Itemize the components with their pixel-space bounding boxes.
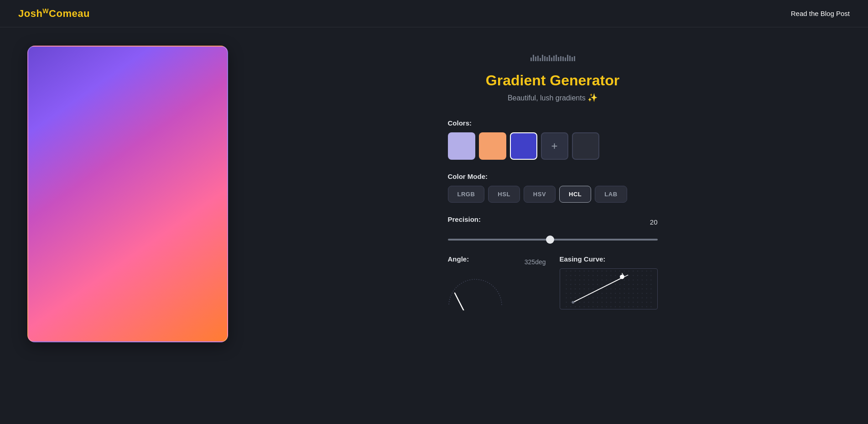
mode-hcl[interactable]: HCL (559, 186, 591, 203)
svg-rect-0 (448, 274, 503, 306)
barcode-bar (574, 56, 575, 61)
barcode-bar (572, 57, 573, 61)
barcode-bar (569, 56, 571, 61)
angle-dial[interactable] (448, 274, 503, 310)
gradient-preview (27, 46, 228, 342)
barcode-bar (567, 55, 568, 61)
angle-label: Angle: (448, 255, 469, 263)
easing-curve-display[interactable] (560, 268, 658, 309)
angle-easing-row: Angle: 325deg (448, 255, 658, 310)
color-mode-section: Color Mode: LRGB HSL HSV HCL LAB (448, 173, 658, 203)
colors-section: Colors: + (448, 119, 658, 160)
barcode-bar (560, 56, 561, 61)
main-content: Gradient Generator Beautiful, lush gradi… (0, 27, 868, 361)
barcode-bar (551, 58, 552, 61)
barcode-bar (540, 58, 541, 61)
precision-section: Precision: 20 (448, 215, 658, 242)
easing-label: Easing Curve: (560, 255, 658, 263)
color-mode-label: Color Mode: (448, 173, 658, 180)
app-subtitle: Beautiful, lush gradients ✨ (508, 93, 598, 103)
angle-section: Angle: 325deg (448, 255, 546, 310)
barcode-bar (533, 55, 534, 61)
dial-svg (448, 274, 503, 310)
sparkle-icon: ✨ (587, 93, 598, 102)
barcode-bar (535, 57, 536, 61)
barcode-bar (537, 56, 539, 61)
barcode-bar (542, 55, 543, 61)
easing-svg (560, 269, 657, 309)
read-blog-link[interactable]: Read the Blog Post (791, 10, 850, 17)
color-swatch-2[interactable] (479, 132, 506, 160)
barcode-bar (565, 58, 566, 61)
logo-suffix: Comeau (49, 8, 90, 19)
logo: JoshWComeau (18, 7, 90, 20)
mode-hsl[interactable]: HSL (488, 186, 520, 203)
barcode-bar (553, 56, 555, 61)
mode-lrgb[interactable]: LRGB (448, 186, 485, 203)
barcode-bar (556, 55, 557, 61)
right-panel: Gradient Generator Beautiful, lush gradi… (265, 46, 841, 310)
logo-w: W (42, 7, 49, 15)
precision-label: Precision: (448, 215, 481, 223)
app-title: Gradient Generator (486, 72, 619, 89)
svg-point-1 (449, 279, 502, 310)
precision-value: 20 (650, 218, 658, 226)
mode-lab[interactable]: LAB (595, 186, 627, 203)
barcode-bar (549, 55, 550, 61)
color-swatch-1[interactable] (448, 132, 475, 160)
barcode-bar (562, 57, 564, 61)
barcode-bar (558, 57, 559, 61)
barcode-decoration (530, 55, 575, 61)
mode-hsv[interactable]: HSV (524, 186, 556, 203)
mode-buttons: LRGB HSL HSV HCL LAB (448, 186, 658, 203)
logo-text: Josh (18, 8, 42, 19)
svg-line-2 (455, 293, 475, 310)
barcode-bar (544, 56, 546, 61)
color-swatch-empty (572, 132, 599, 160)
easing-section: Easing Curve: (560, 255, 658, 309)
barcode-bar (546, 57, 548, 61)
header: JoshWComeau Read the Blog Post (0, 0, 868, 27)
add-color-button[interactable]: + (541, 132, 568, 160)
precision-slider[interactable] (448, 239, 658, 241)
barcode-bar (530, 58, 532, 61)
color-swatches: + (448, 132, 658, 160)
svg-rect-5 (564, 269, 653, 309)
precision-header: Precision: 20 (448, 215, 658, 229)
angle-header: Angle: 325deg (448, 255, 546, 268)
svg-point-7 (572, 301, 574, 304)
angle-value: 325deg (525, 258, 546, 266)
controls-panel: Colors: + Color Mode: LRGB HSL HSV HCL (448, 119, 658, 310)
colors-label: Colors: (448, 119, 658, 127)
color-swatch-3[interactable] (510, 132, 537, 160)
